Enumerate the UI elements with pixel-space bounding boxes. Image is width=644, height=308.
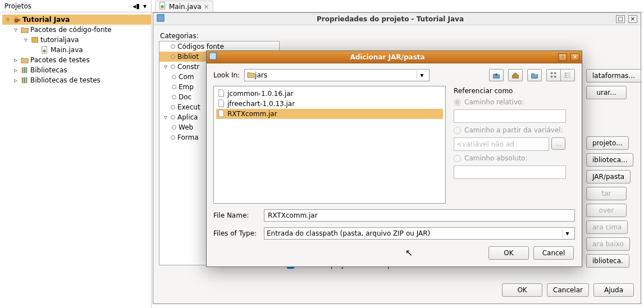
help-button[interactable]: Ajuda — [593, 283, 634, 297]
cat-label: Execut — [177, 103, 200, 111]
filename-input[interactable] — [264, 209, 575, 222]
tree-libraries[interactable]: ▹ Bibliotecas — [2, 65, 151, 75]
tree-label: tutorialjava — [40, 36, 79, 44]
add-project-button[interactable]: projeto... — [586, 136, 629, 150]
dialog-titlebar[interactable]: Propriedades do projeto - Tutorial Java … — [153, 13, 641, 25]
close-icon[interactable]: × — [204, 3, 209, 11]
btn-label: JAR/pasta — [592, 173, 624, 181]
browse-variable-button[interactable]: ... — [551, 137, 565, 150]
chevron-down-icon[interactable]: ▾ — [417, 71, 427, 79]
minimize-left-icon[interactable]: ◂▮ — [133, 0, 140, 12]
variable-input[interactable] — [454, 137, 549, 151]
cat-label: Doc — [179, 93, 191, 101]
tree-package[interactable]: ▿ tutorialjava — [2, 35, 151, 45]
collapse-icon[interactable]: ▹ — [12, 56, 19, 64]
expand-icon[interactable]: ▿ — [12, 26, 19, 34]
package-icon — [30, 35, 39, 44]
btn-label: iblioteca. — [592, 257, 623, 265]
ok-button[interactable]: OK — [488, 246, 529, 260]
close-button[interactable]: × — [628, 15, 637, 23]
cancel-button[interactable]: Cancel — [533, 246, 574, 260]
filetype-combo[interactable]: Entrada do classpath (pasta, arquivo ZIP… — [264, 227, 575, 240]
editor-tab-bar: Main.java × — [152, 0, 644, 12]
cat-label: Forma — [177, 134, 199, 141]
jar-dialog-titlebar[interactable]: Adicionar JAR/pasta □ × — [207, 51, 582, 63]
expand-icon[interactable]: ▿ — [22, 36, 29, 44]
svg-rect-15 — [554, 72, 556, 75]
variable-path-radio[interactable] — [454, 127, 461, 134]
radio-label: Caminho absoluto: — [464, 154, 528, 162]
btn-label: OK — [517, 286, 527, 294]
details-view-button[interactable] — [560, 69, 575, 81]
svg-rect-17 — [565, 73, 567, 74]
minimize-down-icon[interactable]: ▾ — [143, 0, 147, 12]
cancel-button[interactable]: Cancelar — [547, 283, 589, 297]
libraries-icon — [20, 66, 29, 75]
chevron-down-icon[interactable]: ▾ — [562, 229, 572, 237]
absolute-path-radio[interactable] — [454, 155, 461, 162]
dialog-bottom-buttons: OK Cancelar Ajuda — [502, 283, 634, 297]
btn-label: projeto... — [592, 139, 623, 147]
btn-label: Cancel — [542, 249, 565, 257]
file-row[interactable]: jcommon-1.0.16.jar — [216, 89, 443, 99]
cat-label: Bibliot — [177, 53, 199, 61]
tree-label: Main.java — [51, 46, 83, 54]
tree-file-main[interactable]: Main.java — [2, 45, 151, 55]
btn-label: iblioteca... — [592, 156, 627, 164]
tree-src-packages[interactable]: ▿ Pacotes de código-fonte — [2, 25, 151, 35]
btn-label: ara cima — [592, 223, 622, 231]
filetype-label: Files of Type: — [213, 229, 259, 237]
move-down-button[interactable]: ara baixo — [586, 237, 630, 251]
file-row[interactable]: RXTXcomm.jar — [216, 109, 443, 119]
absolute-path-input[interactable] — [454, 166, 566, 179]
expand-icon[interactable]: ▿ — [4, 16, 11, 24]
relative-path-radio[interactable] — [454, 99, 461, 106]
manage-platforms-button[interactable]: lataformas... — [586, 69, 641, 82]
projects-panel: Projetos ◂▮ ▾ ▿ Tutorial Java ▿ Pacotes … — [0, 0, 152, 308]
file-row[interactable]: jfreechart-1.0.13.jar — [216, 99, 443, 109]
radio-label: Caminho relativo: — [464, 98, 524, 106]
remove-button[interactable]: over — [586, 204, 627, 217]
home-button[interactable] — [508, 69, 523, 81]
tree-test-packages[interactable]: ▹ Pacotes de testes — [2, 55, 151, 65]
tree-test-libraries[interactable]: ▹ Bibliotecas de testes — [2, 75, 151, 85]
list-view-button[interactable] — [546, 69, 561, 81]
up-one-level-button[interactable] — [489, 69, 504, 81]
svg-rect-16 — [554, 76, 556, 78]
maximize-button[interactable]: □ — [558, 53, 567, 61]
add-jar-button[interactable]: JAR/pasta — [586, 170, 631, 183]
configure-button[interactable]: urar... — [586, 86, 627, 99]
categories-label: Categorias: — [160, 32, 635, 40]
collapse-icon[interactable]: ▹ — [12, 76, 19, 84]
svg-rect-6 — [22, 77, 24, 84]
library-folder-button[interactable]: iblioteca. — [586, 254, 629, 268]
svg-rect-19 — [565, 75, 567, 76]
new-folder-button[interactable] — [527, 69, 542, 81]
close-button[interactable]: × — [570, 53, 579, 61]
tab-label: Main.java — [169, 3, 202, 11]
projects-tree: ▿ Tutorial Java ▿ Pacotes de código-font… — [0, 12, 151, 85]
tab-main-java[interactable]: Main.java × — [155, 1, 213, 12]
relative-path-input[interactable] — [454, 109, 566, 123]
edit-button[interactable]: tar — [586, 187, 627, 200]
file-list[interactable]: jcommon-1.0.16.jar jfreechart-1.0.13.jar… — [213, 86, 446, 204]
btn-label: ... — [555, 140, 561, 148]
view-toggle-group — [546, 69, 575, 81]
svg-rect-3 — [22, 67, 24, 73]
package-folder-icon — [20, 56, 29, 65]
svg-rect-22 — [567, 77, 570, 78]
cat-label: Códigos fonte — [177, 43, 224, 50]
lookin-label: Look In: — [213, 71, 240, 79]
move-up-button[interactable]: ara cima — [586, 220, 628, 234]
file-name: jfreechart-1.0.13.jar — [227, 100, 295, 108]
add-library-button[interactable]: iblioteca... — [586, 153, 633, 167]
maximize-button[interactable]: □ — [616, 15, 625, 23]
btn-label: OK — [504, 249, 513, 257]
tree-project-root[interactable]: ▿ Tutorial Java — [2, 15, 151, 25]
file-name: RXTXcomm.jar — [227, 110, 277, 118]
tree-label: Pacotes de código-fonte — [30, 26, 112, 34]
lookin-combo[interactable]: jars ▾ — [244, 69, 430, 81]
collapse-icon[interactable]: ▹ — [12, 66, 19, 74]
ok-button[interactable]: OK — [502, 283, 542, 297]
filetype-value: Entrada do classpath (pasta, arquivo ZIP… — [267, 229, 430, 237]
